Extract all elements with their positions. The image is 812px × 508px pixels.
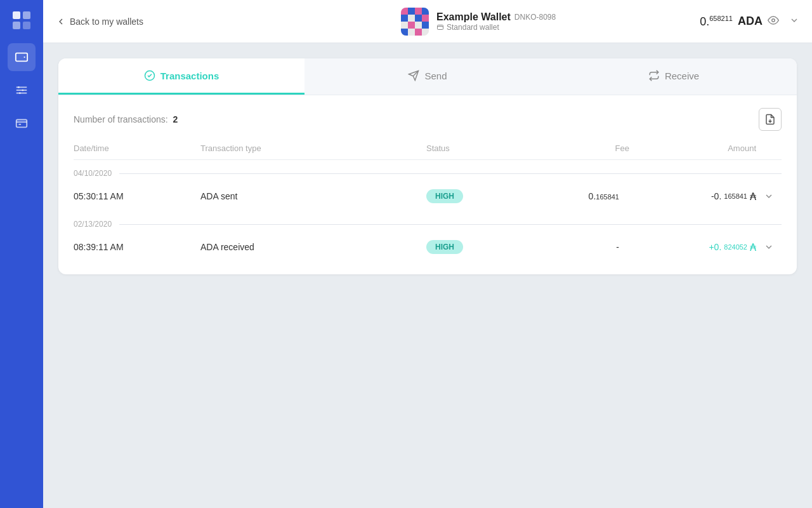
svg-rect-4 xyxy=(16,53,27,62)
date-label-2: 02/13/2020 xyxy=(74,220,112,229)
export-button[interactable] xyxy=(759,108,782,131)
tx-amount-2: +0.824052 ₳ xyxy=(629,241,756,253)
date-line-2 xyxy=(119,224,782,225)
tab-transactions[interactable]: Transactions xyxy=(58,58,304,95)
svg-rect-3 xyxy=(23,22,30,29)
wallet-name-row: Example Wallet DNKO-8098 xyxy=(436,11,556,23)
tx-time-2: 08:39:11 AM xyxy=(74,242,200,252)
svg-rect-25 xyxy=(401,29,408,36)
sidebar-item-wallets[interactable] xyxy=(8,43,36,71)
tx-status-1: HIGH xyxy=(426,189,528,203)
svg-point-8 xyxy=(18,86,20,88)
ada-symbol-1: ₳ xyxy=(750,190,756,203)
back-to-wallets-button[interactable]: Back to my wallets xyxy=(56,17,143,27)
send-icon xyxy=(408,70,419,81)
tab-transactions-label: Transactions xyxy=(160,70,219,81)
transactions-table-container: Number of transactions: 2 Date xyxy=(58,95,797,274)
wallet-details: Example Wallet DNKO-8098 Standard wallet xyxy=(436,11,556,32)
tab-receive[interactable]: Receive xyxy=(551,58,797,95)
balance-currency: ADA xyxy=(738,15,763,28)
wallet-id: DNKO-8098 xyxy=(514,13,556,22)
show-balance-icon[interactable] xyxy=(768,15,779,29)
wallet-info: Example Wallet DNKO-8098 Standard wallet xyxy=(401,8,556,36)
date-group-1: 04/10/2020 xyxy=(74,160,782,182)
balance-whole: 0. xyxy=(700,15,709,28)
table-row: 05:30:11 AM ADA sent HIGH 0.165841 -0.16… xyxy=(74,182,782,211)
content-area: Transactions Send Rece xyxy=(43,43,812,508)
svg-rect-26 xyxy=(408,29,415,36)
tx-status-2: HIGH xyxy=(426,240,528,254)
wallet-name: Example Wallet xyxy=(436,11,511,23)
date-group-2: 02/13/2020 xyxy=(74,211,782,232)
col-datetime: Date/time xyxy=(74,144,200,153)
tx-type-1: ADA sent xyxy=(200,191,426,201)
svg-rect-14 xyxy=(408,8,415,15)
col-expand xyxy=(756,144,782,153)
tx-time-1: 05:30:11 AM xyxy=(74,191,200,201)
sidebar-logo xyxy=(9,8,34,33)
svg-rect-20 xyxy=(422,15,429,22)
wallet-type: Standard wallet xyxy=(436,23,556,32)
col-type: Transaction type xyxy=(200,144,426,153)
date-line-1 xyxy=(119,173,782,174)
tx-amount-decimal-1: 165841 xyxy=(724,192,747,200)
tx-type-2: ADA received xyxy=(200,242,426,252)
sidebar-item-settings[interactable] xyxy=(8,76,36,104)
tab-send[interactable]: Send xyxy=(304,58,551,95)
tab-bar: Transactions Send Rece xyxy=(58,58,797,95)
chevron-down-icon-2 xyxy=(764,242,774,252)
table-header-row: Number of transactions: 2 xyxy=(74,108,782,131)
chevron-down-icon-1 xyxy=(764,191,774,201)
column-headers: Date/time Transaction type Status Fee Am… xyxy=(74,144,782,160)
svg-rect-23 xyxy=(415,22,422,29)
back-label: Back to my wallets xyxy=(70,17,143,27)
tx-amount-decimal-2: 824052 xyxy=(724,243,747,251)
wallet-type-label: Standard wallet xyxy=(447,23,499,32)
balance-decimal: 658211 xyxy=(709,15,733,22)
receive-icon xyxy=(648,70,660,81)
svg-rect-15 xyxy=(415,8,422,15)
svg-rect-13 xyxy=(401,8,408,15)
balance-amount: 0.658211 xyxy=(700,15,733,29)
wallet-dropdown-arrow[interactable] xyxy=(789,15,799,28)
svg-point-30 xyxy=(772,18,775,22)
tx-count-text: Number of transactions: xyxy=(74,114,168,124)
main-card: Transactions Send Rece xyxy=(58,58,797,274)
svg-rect-24 xyxy=(422,22,429,29)
table-row: 08:39:11 AM ADA received HIGH - +0.82405… xyxy=(74,232,782,262)
svg-rect-21 xyxy=(401,22,408,29)
svg-rect-29 xyxy=(438,25,443,29)
ada-symbol-2: ₳ xyxy=(750,241,756,253)
sidebar-item-cards[interactable] xyxy=(8,109,36,137)
col-amount: Amount xyxy=(629,144,756,153)
sidebar xyxy=(0,0,43,508)
col-status: Status xyxy=(426,144,528,153)
svg-rect-16 xyxy=(422,8,429,15)
svg-rect-17 xyxy=(401,15,408,22)
export-icon xyxy=(764,114,776,125)
svg-rect-22 xyxy=(408,22,415,29)
tx-fee-2: - xyxy=(528,242,629,252)
status-badge-1: HIGH xyxy=(426,189,463,203)
wallet-balance: 0.658211 ADA xyxy=(700,15,799,29)
svg-point-9 xyxy=(22,90,23,91)
topbar: Back to my wallets xyxy=(43,0,812,43)
status-badge-2: HIGH xyxy=(426,240,463,254)
tx-expand-1[interactable] xyxy=(756,191,782,201)
tx-count-label: Number of transactions: 2 xyxy=(74,114,178,124)
svg-rect-0 xyxy=(13,11,20,19)
col-fee: Fee xyxy=(528,144,629,153)
svg-rect-19 xyxy=(415,15,422,22)
svg-rect-1 xyxy=(23,11,30,19)
svg-rect-2 xyxy=(13,22,20,29)
svg-rect-28 xyxy=(422,29,429,36)
tx-expand-2[interactable] xyxy=(756,242,782,252)
tab-send-label: Send xyxy=(424,70,447,81)
date-label-1: 04/10/2020 xyxy=(74,169,112,178)
transactions-icon xyxy=(144,70,155,81)
wallet-type-icon xyxy=(436,23,444,31)
tab-receive-label: Receive xyxy=(665,70,699,81)
svg-rect-18 xyxy=(408,15,415,22)
tx-amount-1: -0.165841 ₳ xyxy=(629,190,756,203)
main-area: Back to my wallets xyxy=(43,0,812,508)
